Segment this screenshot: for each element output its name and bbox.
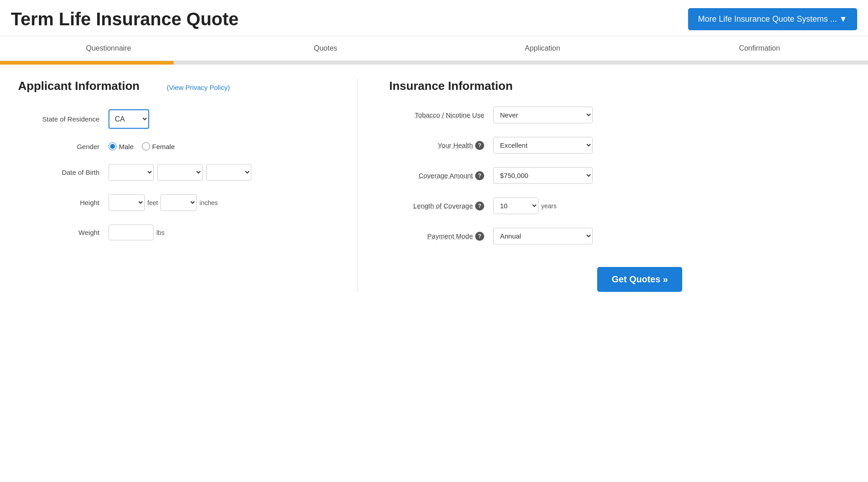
dob-group: JanFebMar AprMayJun JulAugSep OctNovDec … <box>108 164 251 181</box>
applicant-header-row: Applicant Information (View Privacy Poli… <box>18 79 326 96</box>
get-quotes-row: Get Quotes » <box>493 258 850 292</box>
insurance-section-title: Insurance Information <box>389 79 850 93</box>
dob-month-select[interactable]: JanFebMar AprMayJun JulAugSep OctNovDec <box>108 164 154 181</box>
weight-group: lbs <box>108 225 165 240</box>
tobacco-select[interactable]: Never Some Regular <box>493 107 593 123</box>
vertical-divider <box>357 79 358 292</box>
privacy-policy-link[interactable]: (View Privacy Policy) <box>167 84 230 91</box>
health-label-wrap: Your Health ? <box>389 141 493 150</box>
length-help-icon[interactable]: ? <box>475 201 484 211</box>
weight-unit-label: lbs <box>156 229 165 236</box>
dob-label: Date of Birth <box>18 168 108 176</box>
progress-bar-container <box>0 61 868 65</box>
gender-row: Gender Male Female <box>18 142 326 150</box>
gender-female-radio[interactable] <box>142 142 150 150</box>
health-row: Your Health ? Excellent Very Good Good F… <box>389 137 850 154</box>
header: Term Life Insurance Quote More Life Insu… <box>0 0 868 36</box>
tobacco-label-wrap: Tobacco / Nicotine Use <box>389 111 493 119</box>
insurance-panel: Insurance Information Tobacco / Nicotine… <box>389 79 850 292</box>
steps-bar: Questionnaire Quotes Application Confirm… <box>0 36 868 65</box>
weight-input[interactable] <box>108 225 154 240</box>
health-label: Your Health <box>438 141 473 149</box>
height-inches-select[interactable]: 0123 4567 891011 <box>160 194 197 211</box>
dob-day-select[interactable]: 12345 678910 <box>157 164 203 181</box>
years-group: 10 15 20 25 30 years <box>493 197 557 214</box>
height-feet-select[interactable]: 4567 <box>108 194 145 211</box>
payment-label: Payment Mode <box>427 232 473 240</box>
height-row: Height 4567 feet 0123 4567 891011 inches <box>18 194 326 211</box>
dob-year-select[interactable]: 2000199019801970 <box>206 164 251 181</box>
more-systems-button[interactable]: More Life Insurance Quote Systems ... ▼ <box>688 8 857 30</box>
applicant-section-title: Applicant Information <box>18 79 140 93</box>
gender-male-label: Male <box>119 143 134 150</box>
payment-help-icon[interactable]: ? <box>475 232 484 241</box>
length-label-wrap: Length of Coverage ? <box>389 201 493 211</box>
health-help-icon[interactable]: ? <box>475 141 484 150</box>
main-content: Applicant Information (View Privacy Poli… <box>0 65 868 306</box>
gender-label: Gender <box>18 143 108 150</box>
step-application: Application <box>434 36 651 61</box>
gender-male-radio[interactable] <box>108 142 117 150</box>
payment-select[interactable]: Annual Semi-Annual Quarterly Monthly <box>493 228 593 244</box>
gender-male-option[interactable]: Male <box>108 142 134 150</box>
height-label: Height <box>18 199 108 206</box>
weight-label: Weight <box>18 229 108 236</box>
payment-label-wrap: Payment Mode ? <box>389 232 493 241</box>
step-quotes: Quotes <box>217 36 434 61</box>
step-confirmation: Confirmation <box>651 36 868 61</box>
state-row: State of Residence CA NY TX FL WA <box>18 109 326 129</box>
state-label: State of Residence <box>18 115 108 123</box>
progress-bar-fill <box>0 61 174 65</box>
length-label: Length of Coverage <box>413 202 473 210</box>
years-label: years <box>541 202 557 210</box>
payment-row: Payment Mode ? Annual Semi-Annual Quarte… <box>389 228 850 244</box>
health-select[interactable]: Excellent Very Good Good Fair Poor <box>493 137 593 154</box>
dob-row: Date of Birth JanFebMar AprMayJun JulAug… <box>18 164 326 181</box>
gender-female-label: Female <box>152 143 175 150</box>
length-row: Length of Coverage ? 10 15 20 25 30 year… <box>389 197 850 214</box>
height-group: 4567 feet 0123 4567 891011 inches <box>108 194 218 211</box>
coverage-row: Coverage Amount ? $100,000 $250,000 $500… <box>389 167 850 184</box>
tobacco-label: Tobacco / Nicotine Use <box>415 111 484 119</box>
applicant-panel: Applicant Information (View Privacy Poli… <box>18 79 326 292</box>
step-questionnaire: Questionnaire <box>0 36 217 61</box>
steps-row: Questionnaire Quotes Application Confirm… <box>0 36 868 61</box>
page-title: Term Life Insurance Quote <box>11 9 239 29</box>
tobacco-row: Tobacco / Nicotine Use Never Some Regula… <box>389 107 850 123</box>
feet-label: feet <box>147 199 158 206</box>
gender-group: Male Female <box>108 142 175 150</box>
coverage-select[interactable]: $100,000 $250,000 $500,000 $750,000 $1,0… <box>493 167 593 184</box>
gender-female-option[interactable]: Female <box>142 142 175 150</box>
coverage-help-icon[interactable]: ? <box>475 171 484 180</box>
length-select[interactable]: 10 15 20 25 30 <box>493 197 538 214</box>
get-quotes-button[interactable]: Get Quotes » <box>597 267 682 292</box>
state-select[interactable]: CA NY TX FL WA <box>108 109 149 129</box>
coverage-label: Coverage Amount <box>419 172 473 179</box>
coverage-label-wrap: Coverage Amount ? <box>389 171 493 180</box>
weight-row: Weight lbs <box>18 225 326 240</box>
inches-label: inches <box>199 199 217 206</box>
